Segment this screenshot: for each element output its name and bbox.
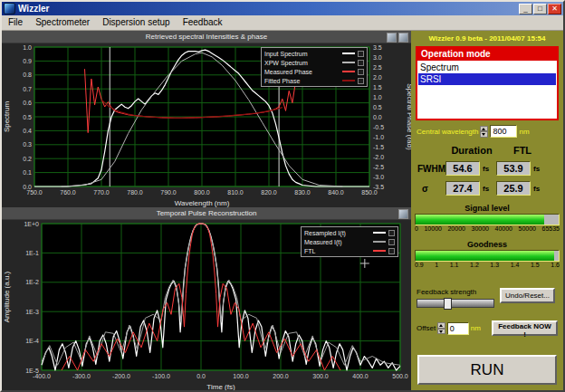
svg-text:0.0: 0.0: [196, 373, 206, 379]
svg-text:0.2: 0.2: [23, 156, 32, 162]
legend-item[interactable]: Measured I(t): [304, 237, 395, 246]
operation-mode-item-srsi[interactable]: SRSI: [418, 73, 556, 85]
offset-input[interactable]: 0: [447, 322, 469, 335]
signal-scale-tick: 20000: [447, 225, 464, 232]
legend-style-icon[interactable]: [388, 239, 395, 245]
fwhm-ftl-value: 53.9: [496, 161, 531, 176]
svg-text:0.0: 0.0: [23, 184, 32, 190]
svg-text:400.0: 400.0: [352, 373, 369, 379]
menu-feedback[interactable]: Feedback: [177, 16, 229, 29]
signal-scale-tick: 30000: [471, 225, 488, 232]
spectral-graph-widget: Retrieved spectral Intensities & phase 7…: [2, 31, 411, 207]
legend-item[interactable]: Fitted Phase: [264, 76, 364, 85]
feedback-strength-area: Feedback strength Undo/Reset...: [417, 288, 558, 308]
signal-scale-tick: 0: [415, 225, 418, 232]
signal-level-label: Signal level: [411, 204, 563, 213]
central-wavelength-label: Central wavelength: [417, 128, 478, 136]
central-wavelength-input[interactable]: 800: [490, 125, 517, 138]
svg-text:1E-2: 1E-2: [25, 279, 39, 285]
legend-style-icon[interactable]: [388, 230, 395, 236]
graph-palette-icon[interactable]: [387, 33, 397, 43]
main-content: Retrieved spectral Intensities & phase 7…: [2, 31, 563, 391]
operation-mode-title: Operation mode: [417, 48, 557, 61]
window-title: Wizzler: [18, 4, 518, 14]
svg-text:770.0: 770.0: [93, 189, 110, 196]
feedback-now-button[interactable]: Feedback NOW !: [492, 320, 558, 336]
sigma-ftl-value: 25.9: [496, 181, 531, 196]
goodness-scale-tick: 1.1: [450, 262, 459, 268]
svg-text:1.5: 1.5: [373, 84, 382, 91]
signal-level-bar: [415, 214, 560, 225]
table-row: FWHM 54.6 fs 53.9 fs: [415, 161, 560, 176]
legend-item[interactable]: FTL: [304, 246, 395, 255]
close-button[interactable]: ✕: [548, 4, 561, 14]
feedback-strength-label: Feedback strength: [417, 288, 494, 296]
graph-palette-icon[interactable]: [398, 209, 408, 219]
svg-text:1E-1: 1E-1: [25, 250, 39, 256]
fwhm-ftl-unit: fs: [533, 165, 547, 173]
menu-spectrometer[interactable]: Spectrometer: [29, 16, 96, 29]
svg-text:850.0: 850.0: [361, 189, 378, 196]
feedback-strength-thumb[interactable]: [444, 298, 452, 310]
undo-reset-button[interactable]: Undo/Reset...: [500, 288, 555, 303]
control-panel: Wizzler 0.9 beta - 2011/04/07 15:54 Oper…: [411, 31, 563, 391]
operation-mode-list[interactable]: SpectrumSRSI: [417, 61, 557, 119]
svg-text:-200.0: -200.0: [112, 373, 130, 379]
svg-text:-1.5: -1.5: [373, 144, 384, 150]
svg-text:0.0: 0.0: [373, 114, 382, 120]
legend-label: Input Spectrum: [264, 51, 340, 57]
legend-item[interactable]: Resampled I(t): [304, 228, 395, 237]
offset-stepper[interactable]: [437, 322, 445, 334]
column-duration: Duration: [445, 145, 498, 156]
svg-text:1.0: 1.0: [23, 44, 32, 51]
feedback-strength-slider[interactable]: [417, 299, 494, 308]
minimize-button[interactable]: _: [519, 4, 532, 14]
svg-text:-100.0: -100.0: [152, 373, 170, 379]
signal-scale-tick: 40000: [495, 225, 512, 232]
operation-mode-item-spectrum[interactable]: Spectrum: [418, 62, 556, 73]
svg-text:Amplitude (a.u.): Amplitude (a.u.): [3, 271, 11, 322]
title-bar[interactable]: Wizzler _ □ ✕: [2, 2, 563, 15]
menu-bar: FileSpectrometerDispersion setupFeedback: [2, 15, 563, 31]
svg-text:0.8: 0.8: [23, 72, 32, 78]
svg-text:750.0: 750.0: [26, 189, 43, 196]
maximize-button[interactable]: □: [533, 4, 547, 14]
sigma-ftl-unit: fs: [533, 185, 547, 193]
goodness-scale-tick: 1.6: [551, 262, 560, 268]
legend-style-icon[interactable]: [358, 78, 364, 84]
svg-text:1E-3: 1E-3: [25, 309, 39, 315]
svg-text:0.6: 0.6: [23, 100, 32, 106]
svg-text:500.0: 500.0: [392, 373, 408, 379]
legend-line-sample: [373, 241, 386, 243]
svg-text:Time (fs): Time (fs): [206, 383, 235, 391]
graph-settings-icon[interactable]: [398, 33, 408, 43]
menu-dispersion-setup[interactable]: Dispersion setup: [96, 16, 176, 29]
menu-file[interactable]: File: [2, 16, 29, 29]
version-label: Wizzler 0.9 beta - 2011/04/07 15:54: [411, 31, 563, 43]
results-corner: [415, 145, 445, 156]
svg-text:-300.0: -300.0: [72, 373, 91, 379]
app-icon: [4, 3, 15, 14]
legend-item[interactable]: Measured Phase: [264, 67, 364, 76]
legend-style-icon[interactable]: [388, 248, 395, 254]
fwhm-duration-value: 54.6: [445, 161, 480, 176]
signal-scale-tick: 50000: [519, 225, 536, 232]
decrement-icon[interactable]: [437, 329, 445, 335]
decrement-icon[interactable]: [480, 131, 488, 138]
legend-label: Measured Phase: [264, 69, 340, 75]
legend-item[interactable]: Input Spectrum: [264, 49, 364, 58]
legend-style-icon[interactable]: [358, 51, 364, 57]
legend-style-icon[interactable]: [358, 69, 364, 75]
run-button[interactable]: RUN: [417, 355, 557, 385]
goodness-scale-tick: 0.9: [415, 262, 424, 268]
legend-line-sample: [342, 62, 355, 63]
svg-text:-1.0: -1.0: [373, 134, 384, 140]
legend-style-icon[interactable]: [358, 60, 364, 66]
legend-item[interactable]: XPW Spectrum: [264, 58, 364, 67]
svg-text:820.0: 820.0: [261, 189, 277, 196]
spectral-graph-header: Retrieved spectral Intensities & phase: [2, 31, 411, 43]
goodness-scale-tick: 1.5: [531, 262, 540, 268]
central-wavelength-stepper[interactable]: [480, 126, 488, 138]
svg-text:0.4: 0.4: [23, 128, 32, 134]
temporal-plot-legend: Resampled I(t)Measured I(t)FTL: [301, 226, 398, 257]
